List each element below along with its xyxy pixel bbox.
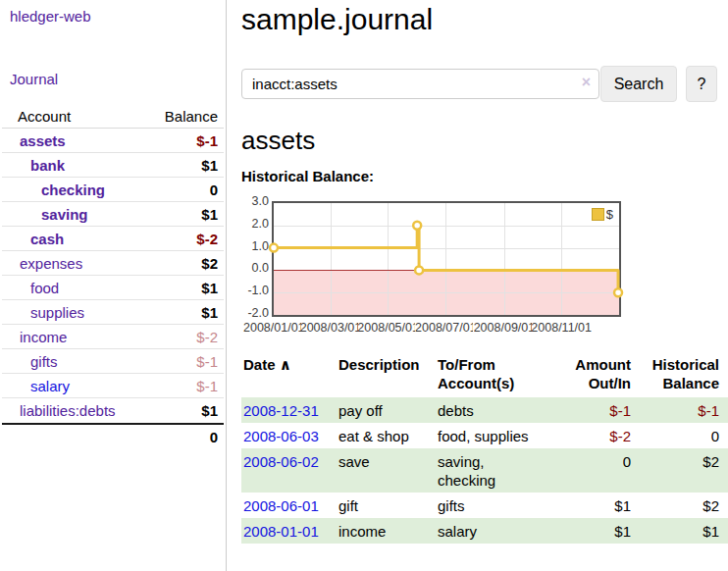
register-header-row: Date ∧ Description To/From Account(s) Am… [241,355,728,397]
account-balance: $1 [201,398,218,423]
account-link-liabilities-debts[interactable]: liabilities:debts [20,402,116,419]
x-axis-tick-label: 2008/05/01 [357,321,415,335]
transaction-amount: 0 [554,448,631,493]
x-axis-tick-label: 2008/03/01 [300,321,358,335]
register-row: 2008-01-01incomesalary$1$1 [241,518,728,544]
column-header-account: Account [18,108,71,125]
account-balance: $-1 [196,349,218,374]
transaction-historical-balance: $2 [631,448,728,493]
account-link-bank[interactable]: bank [30,157,65,174]
y-axis-tick-label: 1.0 [241,238,269,254]
column-header-amount: Amount Out/In [554,355,631,397]
account-row: food$1 [2,276,224,300]
account-balance: $1 [201,300,218,325]
account-balance: $-2 [196,227,218,251]
search-form: × [241,69,599,99]
account-row: assets$-1 [2,129,224,153]
transaction-accounts: saving, checking [438,448,554,493]
account-link-salary[interactable]: salary [30,378,70,394]
account-balance: $-1 [196,374,218,398]
y-axis-tick-label: -2.0 [241,305,269,321]
chart-legend: $ [592,207,613,222]
register-row: 2008-06-02savesaving, checking0$2 [241,448,728,493]
transaction-accounts: salary [438,518,554,544]
account-link-cash[interactable]: cash [30,231,64,247]
register-row: 2008-12-31pay offdebts$-1$-1 [241,397,728,423]
account-balance: $-1 [196,129,218,153]
transaction-amount: $1 [554,493,631,518]
column-header-balance: Balance [165,104,218,129]
register-table: Date ∧ Description To/From Account(s) Am… [241,355,728,544]
account-link-supplies[interactable]: supplies [30,304,84,321]
transaction-date-link[interactable]: 2008-01-01 [243,523,319,540]
transaction-date-link[interactable]: 2008-06-02 [243,453,319,470]
balance-line-series [274,203,619,315]
transaction-date-link[interactable]: 2008-06-03 [243,428,319,444]
y-axis-tick-label: 0.0 [241,260,269,276]
transaction-amount: $-2 [554,423,631,448]
chart-title: Historical Balance: [241,168,374,184]
transaction-amount: $1 [554,518,631,544]
account-row: supplies$1 [2,300,224,325]
help-button[interactable]: ? [686,66,717,102]
account-link-expenses[interactable]: expenses [20,255,82,272]
account-table-header: Account Balance [2,104,224,129]
account-link-food[interactable]: food [30,280,59,296]
account-row: gifts$-1 [2,349,224,374]
transaction-date-link[interactable]: 2008-12-31 [243,402,319,419]
legend-swatch [592,208,604,221]
account-table-body: assets$-1bank$1checking0saving$1cash$-2e… [2,129,224,423]
register-row: 2008-06-03eat & shopfood, supplies$-20 [241,423,728,448]
transaction-description: gift [338,493,438,518]
historical-balance-chart: $ 3.02.01.00.0-1.0-2.02008/01/012008/03/… [241,199,630,338]
account-row: bank$1 [2,153,224,178]
sidebar-item-journal[interactable]: Journal [10,71,58,87]
account-link-checking[interactable]: checking [41,182,105,198]
page-title: sample.journal [241,3,433,36]
total-balance: 0 [210,425,218,449]
transaction-accounts: debts [438,397,554,423]
account-balance: $1 [201,202,218,227]
account-row: income$-2 [2,325,224,349]
account-heading: assets [241,126,315,156]
sort-ascending-icon: ∧ [280,356,291,373]
x-axis-tick-label: 2008/01/01 [243,321,301,335]
y-axis-tick-label: -1.0 [241,283,269,298]
y-axis-tick-label: 3.0 [241,193,269,209]
account-link-assets[interactable]: assets [20,132,66,149]
transaction-historical-balance: $1 [631,518,728,544]
account-balance: $-2 [196,325,218,349]
transaction-historical-balance: $2 [631,493,728,518]
transaction-date-link[interactable]: 2008-06-01 [243,497,319,514]
account-row: liabilities:debts$1 [2,398,224,423]
account-table: Account Balance assets$-1bank$1checking0… [2,104,224,447]
account-balance: $1 [201,153,218,178]
transaction-historical-balance: $-1 [631,397,728,423]
x-axis-tick-label: 2008/07/01 [415,321,473,335]
transaction-description: income [338,518,438,544]
register-row: 2008-06-01giftgifts$1$2 [241,493,728,518]
x-axis-tick-label: 2008/11/01 [531,321,592,335]
transaction-description: save [338,448,438,493]
x-axis-tick-label: 2008/09/01 [474,321,532,335]
account-row: salary$-1 [2,374,224,398]
clear-search-icon[interactable]: × [582,74,591,91]
account-balance: $2 [201,251,218,276]
transaction-description: pay off [338,397,438,423]
app-brand-link[interactable]: hledger-web [10,8,91,25]
chart-plot-area: $ [272,201,621,317]
account-link-income[interactable]: income [20,329,67,345]
account-link-gifts[interactable]: gifts [30,353,58,370]
account-balance: 0 [210,178,218,202]
search-button[interactable]: Search [600,66,677,102]
account-row: cash$-2 [2,227,224,251]
register-table-body: 2008-12-31pay offdebts$-1$-12008-06-03ea… [241,397,728,544]
transaction-description: eat & shop [338,423,438,448]
column-header-date[interactable]: Date ∧ [241,355,338,397]
column-header-accounts: To/From Account(s) [438,355,554,397]
column-header-description: Description [338,355,438,397]
legend-label: $ [606,207,613,222]
search-input[interactable] [241,69,599,99]
transaction-amount: $-1 [554,397,631,423]
account-link-saving[interactable]: saving [41,206,88,223]
